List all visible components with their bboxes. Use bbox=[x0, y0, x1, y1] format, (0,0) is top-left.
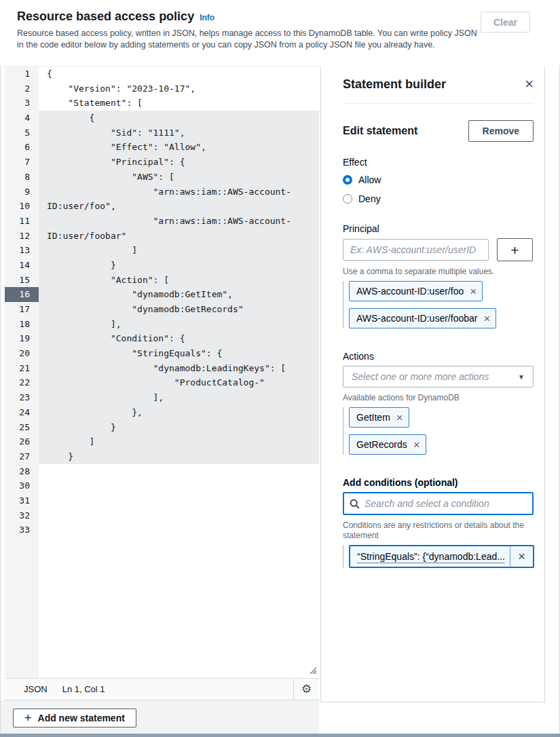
code-text[interactable]: ID:user/foobar" bbox=[39, 229, 319, 244]
code-line[interactable]: 19 "Condition": { bbox=[5, 331, 319, 346]
code-text[interactable]: { bbox=[39, 67, 319, 81]
code-line[interactable]: 7 "Principal": { bbox=[5, 155, 319, 170]
code-text[interactable]: ID:user/foo", bbox=[39, 199, 319, 214]
line-number: 23 bbox=[5, 390, 39, 405]
code-line[interactable]: 15 "Action": [ bbox=[5, 273, 319, 288]
code-line[interactable]: 11 "arn:aws:iam::AWS-account- bbox=[5, 214, 319, 229]
code-text[interactable]: ] bbox=[39, 243, 319, 258]
code-text[interactable]: "arn:aws:iam::AWS-account- bbox=[39, 185, 319, 200]
principal-input[interactable] bbox=[343, 239, 489, 261]
code-line[interactable]: 17 "dynamodb:GetRecords" bbox=[5, 302, 319, 317]
code-line[interactable]: 20 "StringEquals": { bbox=[5, 346, 319, 361]
code-line[interactable]: 2 "Version": "2023-10-17", bbox=[5, 81, 319, 96]
code-text[interactable]: "dynamodb:LeadingKeys": [ bbox=[39, 361, 319, 376]
policy-code-editor[interactable]: 1{2 "Version": "2023-10-17",3 "Statement… bbox=[5, 66, 319, 678]
code-line[interactable]: 28 bbox=[5, 464, 319, 479]
code-line[interactable]: 9 "arn:aws:iam::AWS-account- bbox=[5, 185, 319, 200]
code-line[interactable]: 27 } bbox=[5, 449, 319, 464]
editor-resize-handle[interactable] bbox=[309, 666, 316, 674]
code-text[interactable]: } bbox=[39, 449, 319, 464]
add-principal-button[interactable]: + bbox=[497, 238, 533, 261]
radio-deny-unselected[interactable] bbox=[343, 194, 352, 204]
condition-token-group: “StringEquals”: {“dynamodb:Lead... × bbox=[343, 545, 534, 568]
remove-token-icon[interactable]: × bbox=[483, 313, 490, 324]
condition-search-input[interactable] bbox=[365, 498, 527, 509]
code-text[interactable]: { bbox=[39, 111, 319, 126]
gear-icon: ⚙ bbox=[301, 683, 312, 695]
code-line[interactable]: 21 "dynamodb:LeadingKeys": [ bbox=[5, 361, 319, 376]
code-line[interactable]: 10ID:user/foo", bbox=[5, 199, 319, 214]
code-line[interactable]: 23 ], bbox=[5, 390, 319, 405]
code-text[interactable] bbox=[39, 464, 319, 479]
code-line[interactable]: 8 "AWS": [ bbox=[5, 170, 319, 185]
chevron-down-icon: ▼ bbox=[518, 373, 525, 381]
code-text[interactable]: } bbox=[39, 258, 319, 273]
radio-allow-selected[interactable] bbox=[343, 175, 352, 185]
effect-option-deny[interactable]: Deny bbox=[343, 192, 534, 206]
code-line[interactable]: 1{ bbox=[5, 67, 319, 81]
action-token: GetRecords × bbox=[349, 434, 426, 455]
code-line[interactable]: 13 ] bbox=[5, 243, 319, 258]
code-text[interactable]: "ProductCatalog-" bbox=[39, 375, 319, 390]
remove-statement-button[interactable]: Remove bbox=[468, 120, 534, 142]
remove-token-icon[interactable]: × bbox=[396, 412, 403, 423]
code-text[interactable]: }, bbox=[39, 405, 319, 420]
line-number: 5 bbox=[5, 126, 39, 140]
remove-token-icon[interactable]: × bbox=[413, 439, 420, 451]
code-line[interactable]: 4 { bbox=[5, 111, 319, 126]
code-line[interactable]: 6 "Effect": "Allow", bbox=[5, 140, 319, 155]
code-line[interactable]: 16 "dynamodb:GetItem", bbox=[5, 287, 319, 302]
code-text[interactable]: ], bbox=[39, 390, 319, 405]
line-number: 26 bbox=[5, 434, 39, 449]
code-text[interactable]: "AWS": [ bbox=[39, 170, 319, 185]
close-icon[interactable]: × bbox=[525, 77, 534, 92]
code-text[interactable]: "Action": [ bbox=[39, 273, 319, 288]
code-line[interactable]: 30 bbox=[5, 478, 319, 493]
remove-token-icon[interactable]: × bbox=[470, 286, 477, 297]
code-text[interactable]: "dynamodb:GetItem", bbox=[39, 287, 319, 302]
code-text[interactable]: "Version": "2023-10-17", bbox=[39, 81, 319, 96]
code-text[interactable]: "arn:aws:iam::AWS-account- bbox=[39, 214, 319, 229]
code-line[interactable]: 3 "Statement": [ bbox=[5, 96, 319, 111]
line-number: 4 bbox=[5, 111, 39, 126]
editor-settings-button[interactable]: ⚙ bbox=[293, 679, 319, 700]
code-text[interactable]: "Statement": [ bbox=[39, 96, 319, 111]
code-text[interactable]: "Sid": "1111", bbox=[39, 126, 319, 140]
code-line[interactable]: 18 ], bbox=[5, 317, 319, 332]
condition-search[interactable] bbox=[343, 492, 534, 515]
code-text[interactable]: "Condition": { bbox=[39, 331, 319, 346]
code-line[interactable]: 14 } bbox=[5, 258, 319, 273]
code-text[interactable] bbox=[39, 478, 319, 493]
code-lines: 1{2 "Version": "2023-10-17",3 "Statement… bbox=[5, 67, 319, 537]
line-number: 3 bbox=[5, 96, 39, 111]
code-line[interactable]: 22 "ProductCatalog-" bbox=[5, 375, 319, 390]
remove-condition-icon[interactable]: × bbox=[510, 546, 533, 567]
info-link[interactable]: Info bbox=[200, 13, 214, 22]
actions-select[interactable]: Select one or more more actions ▼ bbox=[343, 366, 534, 388]
code-text[interactable] bbox=[39, 523, 319, 537]
code-line[interactable]: 26 ] bbox=[5, 434, 319, 449]
code-line[interactable]: 5 "Sid": "1111", bbox=[5, 126, 319, 140]
code-text[interactable] bbox=[39, 493, 319, 508]
code-text[interactable]: "dynamodb:GetRecords" bbox=[39, 302, 319, 317]
effect-option-allow[interactable]: Allow bbox=[343, 173, 534, 187]
code-text[interactable]: } bbox=[39, 420, 319, 435]
condition-token[interactable]: “StringEquals”: {“dynamodb:Lead... × bbox=[349, 545, 534, 568]
line-number: 1 bbox=[5, 67, 39, 81]
code-line[interactable]: 31 bbox=[5, 493, 319, 508]
code-text[interactable] bbox=[39, 508, 319, 523]
code-line[interactable]: 33 bbox=[5, 523, 319, 537]
effect-label: Effect bbox=[343, 157, 534, 168]
code-text[interactable]: "Effect": "Allow", bbox=[39, 140, 319, 155]
add-new-statement-button[interactable]: + Add new statement bbox=[13, 708, 136, 727]
code-line[interactable]: 24 }, bbox=[5, 405, 319, 420]
code-text[interactable]: "StringEquals": { bbox=[39, 346, 319, 361]
code-line[interactable]: 32 bbox=[5, 508, 319, 523]
code-line[interactable]: 25 } bbox=[5, 420, 319, 435]
code-line[interactable]: 12ID:user/foobar" bbox=[5, 229, 319, 244]
code-text[interactable]: "Principal": { bbox=[39, 155, 319, 170]
code-text[interactable]: ] bbox=[39, 434, 319, 449]
line-number: 22 bbox=[5, 375, 39, 390]
clear-button[interactable]: Clear bbox=[481, 12, 530, 33]
code-text[interactable]: ], bbox=[39, 317, 319, 332]
